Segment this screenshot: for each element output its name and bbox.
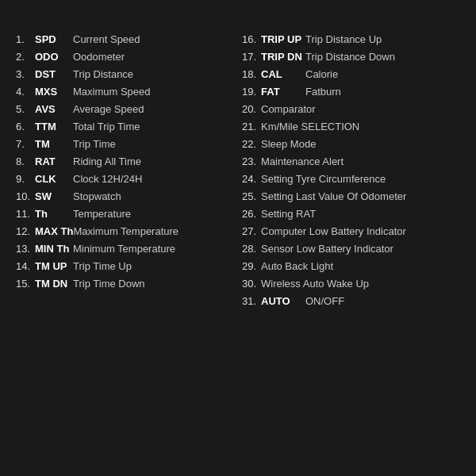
list-item: 25. Setting Last Value Of Odometer	[242, 190, 460, 202]
list-item: 12. MAX Th Maximum Temperature	[16, 225, 234, 237]
item-number: 29.	[242, 260, 261, 272]
item-number: 28.	[242, 243, 261, 255]
item-description: Current Speed	[73, 33, 140, 45]
list-item: 17. TRIP DN Trip Distance Down	[242, 51, 460, 63]
list-item: 14. TM UP Trip Time Up	[16, 260, 234, 272]
item-code: CAL	[261, 68, 305, 80]
item-number: 16.	[242, 33, 261, 45]
item-number: 6.	[16, 121, 35, 132]
item-number: 1.	[16, 33, 35, 45]
list-item: 3. DST Trip Distance	[16, 68, 234, 80]
item-description: Trip Distance Up	[305, 33, 382, 45]
list-item: 4. MXS Maximum Speed	[16, 86, 234, 98]
list-item: 7. TM Trip Time	[16, 138, 234, 150]
item-number: 12.	[16, 225, 35, 237]
item-description: Trip Distance Down	[305, 51, 395, 63]
item-code: RAT	[35, 155, 73, 167]
list-item: 8. RAT Riding All Time	[16, 155, 234, 167]
item-description: Stopwatch	[73, 190, 121, 202]
item-description: Computer Low Battery Indicator	[261, 225, 406, 237]
item-description: Oodometer	[73, 51, 125, 63]
item-description: Maintenance Alert	[261, 155, 344, 167]
item-description: Setting Tyre Circumference	[261, 173, 386, 185]
item-description: Maximum Speed	[73, 86, 151, 98]
item-code: MAX Th	[35, 225, 73, 237]
item-number: 19.	[242, 86, 261, 98]
item-number: 17.	[242, 51, 261, 63]
item-description: Minimum Temperature	[73, 243, 175, 255]
item-number: 27.	[242, 225, 261, 237]
item-description: Calorie	[305, 68, 338, 80]
item-number: 8.	[16, 155, 35, 167]
item-description: Temperature	[73, 208, 131, 220]
item-description: Trip Time	[73, 138, 116, 150]
list-item: 27. Computer Low Battery Indicator	[242, 225, 460, 237]
item-number: 14.	[16, 260, 35, 272]
item-description: Fatburn	[305, 86, 341, 98]
list-item: 23. Maintenance Alert	[242, 155, 460, 167]
item-description: Riding All Time	[73, 155, 141, 167]
item-description: Maximum Temperature	[73, 225, 178, 237]
item-description: Km/Mile SELECTION	[261, 121, 359, 132]
item-description: Comparator	[261, 103, 316, 115]
item-number: 18.	[242, 68, 261, 80]
item-description: Trip Time Down	[73, 278, 145, 290]
item-code: CLK	[35, 173, 73, 185]
item-code: SPD	[35, 33, 73, 45]
item-number: 31.	[242, 295, 261, 307]
item-number: 5.	[16, 103, 35, 115]
item-number: 13.	[16, 243, 35, 255]
list-item: 29. Auto Back Light	[242, 260, 460, 272]
item-number: 4.	[16, 86, 35, 98]
item-code: TRIP UP	[261, 33, 305, 45]
item-description: Trip Distance	[73, 68, 133, 80]
item-number: 26.	[242, 208, 261, 220]
item-number: 9.	[16, 173, 35, 185]
item-description: Setting Last Value Of Odometer	[261, 190, 406, 202]
item-description: Auto Back Light	[261, 260, 333, 272]
item-code: ODO	[35, 51, 73, 63]
item-number: 20.	[242, 103, 261, 115]
list-item: 26. Setting RAT	[242, 208, 460, 220]
item-code: Th	[35, 208, 73, 220]
list-item: 13. MIN Th Minimum Temperature	[16, 243, 234, 255]
item-number: 24.	[242, 173, 261, 185]
item-description: ON/OFF	[305, 295, 344, 307]
item-code: FAT	[261, 86, 305, 98]
item-description: Trip Time Up	[73, 260, 132, 272]
item-number: 3.	[16, 68, 35, 80]
item-description: Sensor Low Battery Indicator	[261, 243, 393, 255]
list-item: 28. Sensor Low Battery Indicator	[242, 243, 460, 255]
list-item: 31. AUTO ON/OFF	[242, 295, 460, 307]
item-code: DST	[35, 68, 73, 80]
list-item: 16. TRIP UP Trip Distance Up	[242, 33, 460, 45]
item-code: TTM	[35, 121, 73, 132]
list-item: 2. ODO Oodometer	[16, 51, 234, 63]
item-code: SW	[35, 190, 73, 202]
list-item: 15. TM DN Trip Time Down	[16, 278, 234, 290]
item-number: 25.	[242, 190, 261, 202]
item-code: TRIP DN	[261, 51, 305, 63]
list-item: 20. Comparator	[242, 103, 460, 115]
functions-content: 1. SPD Current Speed 2. ODO Oodometer 3.…	[16, 33, 460, 307]
list-item: 9. CLK Clock 12H/24H	[16, 173, 234, 185]
list-item: 6. TTM Total Trip Time	[16, 121, 234, 132]
item-description: Sleep Mode	[261, 138, 316, 150]
item-number: 2.	[16, 51, 35, 63]
item-number: 10.	[16, 190, 35, 202]
item-number: 21.	[242, 121, 261, 132]
list-item: 22. Sleep Mode	[242, 138, 460, 150]
list-item: 11. Th Temperature	[16, 208, 234, 220]
list-item: 10. SW Stopwatch	[16, 190, 234, 202]
item-number: 7.	[16, 138, 35, 150]
list-item: 21. Km/Mile SELECTION	[242, 121, 460, 132]
list-item: 30. Wireless Auto Wake Up	[242, 278, 460, 290]
list-item: 18. CAL Calorie	[242, 68, 460, 80]
item-description: Clock 12H/24H	[73, 173, 142, 185]
list-item: 1. SPD Current Speed	[16, 33, 234, 45]
item-number: 15.	[16, 278, 35, 290]
item-code: TM UP	[35, 260, 73, 272]
item-number: 22.	[242, 138, 261, 150]
item-description: Wireless Auto Wake Up	[261, 278, 369, 290]
item-code: TM	[35, 138, 73, 150]
